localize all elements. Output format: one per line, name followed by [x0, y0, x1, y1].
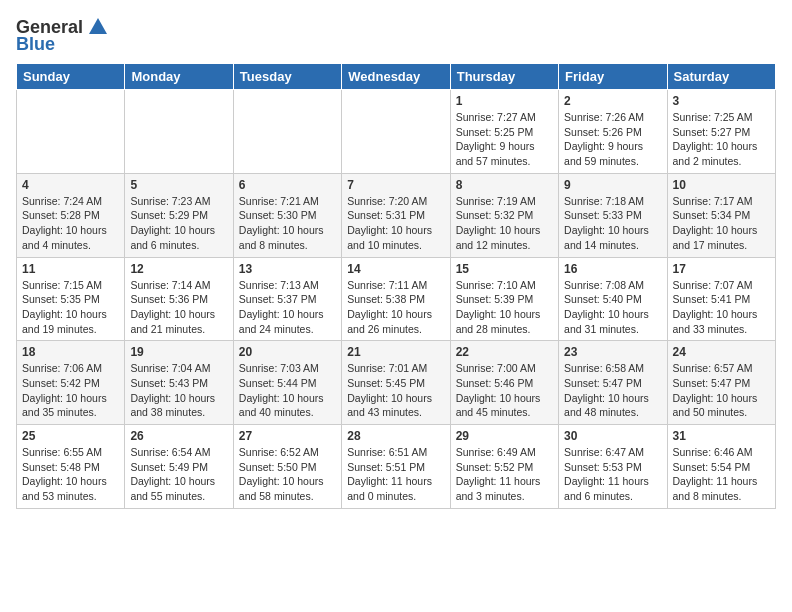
daylight-text: Daylight: 10 hours and 35 minutes. — [22, 392, 107, 419]
cell-info: Sunrise: 7:07 AM Sunset: 5:41 PM Dayligh… — [673, 278, 770, 337]
calendar-cell: 25 Sunrise: 6:55 AM Sunset: 5:48 PM Dayl… — [17, 425, 125, 509]
sunset-text: Sunset: 5:37 PM — [239, 293, 317, 305]
calendar-cell: 6 Sunrise: 7:21 AM Sunset: 5:30 PM Dayli… — [233, 173, 341, 257]
sunrise-text: Sunrise: 6:46 AM — [673, 446, 753, 458]
cell-info: Sunrise: 7:00 AM Sunset: 5:46 PM Dayligh… — [456, 361, 553, 420]
sunrise-text: Sunrise: 7:11 AM — [347, 279, 427, 291]
header: General Blue — [16, 16, 776, 55]
sunset-text: Sunset: 5:50 PM — [239, 461, 317, 473]
day-header-tuesday: Tuesday — [233, 64, 341, 90]
calendar-week-row: 11 Sunrise: 7:15 AM Sunset: 5:35 PM Dayl… — [17, 257, 776, 341]
daylight-text: Daylight: 11 hours and 8 minutes. — [673, 475, 758, 502]
daylight-text: Daylight: 10 hours and 53 minutes. — [22, 475, 107, 502]
cell-info: Sunrise: 7:08 AM Sunset: 5:40 PM Dayligh… — [564, 278, 661, 337]
calendar-cell: 11 Sunrise: 7:15 AM Sunset: 5:35 PM Dayl… — [17, 257, 125, 341]
sunrise-text: Sunrise: 7:18 AM — [564, 195, 644, 207]
sunset-text: Sunset: 5:35 PM — [22, 293, 100, 305]
day-header-thursday: Thursday — [450, 64, 558, 90]
calendar: SundayMondayTuesdayWednesdayThursdayFrid… — [16, 63, 776, 509]
calendar-cell: 28 Sunrise: 6:51 AM Sunset: 5:51 PM Dayl… — [342, 425, 450, 509]
calendar-cell — [125, 90, 233, 174]
calendar-week-row: 25 Sunrise: 6:55 AM Sunset: 5:48 PM Dayl… — [17, 425, 776, 509]
daylight-text: Daylight: 10 hours and 45 minutes. — [456, 392, 541, 419]
sunrise-text: Sunrise: 7:25 AM — [673, 111, 753, 123]
sunrise-text: Sunrise: 7:17 AM — [673, 195, 753, 207]
day-number: 28 — [347, 429, 444, 443]
cell-info: Sunrise: 6:57 AM Sunset: 5:47 PM Dayligh… — [673, 361, 770, 420]
sunset-text: Sunset: 5:36 PM — [130, 293, 208, 305]
daylight-text: Daylight: 10 hours and 10 minutes. — [347, 224, 432, 251]
day-number: 13 — [239, 262, 336, 276]
daylight-text: Daylight: 10 hours and 33 minutes. — [673, 308, 758, 335]
cell-info: Sunrise: 7:20 AM Sunset: 5:31 PM Dayligh… — [347, 194, 444, 253]
sunrise-text: Sunrise: 7:15 AM — [22, 279, 102, 291]
calendar-cell: 23 Sunrise: 6:58 AM Sunset: 5:47 PM Dayl… — [559, 341, 667, 425]
calendar-cell: 24 Sunrise: 6:57 AM Sunset: 5:47 PM Dayl… — [667, 341, 775, 425]
day-number: 21 — [347, 345, 444, 359]
day-header-saturday: Saturday — [667, 64, 775, 90]
calendar-cell: 10 Sunrise: 7:17 AM Sunset: 5:34 PM Dayl… — [667, 173, 775, 257]
daylight-text: Daylight: 9 hours and 57 minutes. — [456, 140, 535, 167]
sunset-text: Sunset: 5:30 PM — [239, 209, 317, 221]
sunrise-text: Sunrise: 7:20 AM — [347, 195, 427, 207]
daylight-text: Daylight: 10 hours and 4 minutes. — [22, 224, 107, 251]
day-number: 4 — [22, 178, 119, 192]
sunrise-text: Sunrise: 6:52 AM — [239, 446, 319, 458]
sunset-text: Sunset: 5:29 PM — [130, 209, 208, 221]
sunset-text: Sunset: 5:26 PM — [564, 126, 642, 138]
calendar-cell: 8 Sunrise: 7:19 AM Sunset: 5:32 PM Dayli… — [450, 173, 558, 257]
sunset-text: Sunset: 5:49 PM — [130, 461, 208, 473]
calendar-cell: 14 Sunrise: 7:11 AM Sunset: 5:38 PM Dayl… — [342, 257, 450, 341]
day-number: 22 — [456, 345, 553, 359]
cell-info: Sunrise: 7:10 AM Sunset: 5:39 PM Dayligh… — [456, 278, 553, 337]
daylight-text: Daylight: 10 hours and 8 minutes. — [239, 224, 324, 251]
daylight-text: Daylight: 10 hours and 12 minutes. — [456, 224, 541, 251]
cell-info: Sunrise: 6:47 AM Sunset: 5:53 PM Dayligh… — [564, 445, 661, 504]
sunset-text: Sunset: 5:39 PM — [456, 293, 534, 305]
calendar-cell: 12 Sunrise: 7:14 AM Sunset: 5:36 PM Dayl… — [125, 257, 233, 341]
daylight-text: Daylight: 11 hours and 0 minutes. — [347, 475, 432, 502]
day-number: 5 — [130, 178, 227, 192]
sunrise-text: Sunrise: 7:14 AM — [130, 279, 210, 291]
cell-info: Sunrise: 7:24 AM Sunset: 5:28 PM Dayligh… — [22, 194, 119, 253]
cell-info: Sunrise: 7:19 AM Sunset: 5:32 PM Dayligh… — [456, 194, 553, 253]
sunrise-text: Sunrise: 7:26 AM — [564, 111, 644, 123]
calendar-cell: 16 Sunrise: 7:08 AM Sunset: 5:40 PM Dayl… — [559, 257, 667, 341]
calendar-cell: 27 Sunrise: 6:52 AM Sunset: 5:50 PM Dayl… — [233, 425, 341, 509]
calendar-cell — [17, 90, 125, 174]
sunset-text: Sunset: 5:38 PM — [347, 293, 425, 305]
cell-info: Sunrise: 6:54 AM Sunset: 5:49 PM Dayligh… — [130, 445, 227, 504]
day-number: 3 — [673, 94, 770, 108]
cell-info: Sunrise: 7:04 AM Sunset: 5:43 PM Dayligh… — [130, 361, 227, 420]
sunset-text: Sunset: 5:47 PM — [673, 377, 751, 389]
daylight-text: Daylight: 10 hours and 19 minutes. — [22, 308, 107, 335]
calendar-cell — [233, 90, 341, 174]
daylight-text: Daylight: 10 hours and 21 minutes. — [130, 308, 215, 335]
day-number: 17 — [673, 262, 770, 276]
daylight-text: Daylight: 10 hours and 2 minutes. — [673, 140, 758, 167]
daylight-text: Daylight: 10 hours and 58 minutes. — [239, 475, 324, 502]
sunrise-text: Sunrise: 7:13 AM — [239, 279, 319, 291]
day-header-friday: Friday — [559, 64, 667, 90]
sunset-text: Sunset: 5:52 PM — [456, 461, 534, 473]
day-number: 16 — [564, 262, 661, 276]
logo-icon — [87, 16, 109, 38]
cell-info: Sunrise: 7:25 AM Sunset: 5:27 PM Dayligh… — [673, 110, 770, 169]
day-header-monday: Monday — [125, 64, 233, 90]
sunrise-text: Sunrise: 7:06 AM — [22, 362, 102, 374]
svg-marker-0 — [89, 18, 107, 34]
calendar-cell: 18 Sunrise: 7:06 AM Sunset: 5:42 PM Dayl… — [17, 341, 125, 425]
daylight-text: Daylight: 10 hours and 43 minutes. — [347, 392, 432, 419]
day-number: 25 — [22, 429, 119, 443]
daylight-text: Daylight: 10 hours and 40 minutes. — [239, 392, 324, 419]
cell-info: Sunrise: 7:14 AM Sunset: 5:36 PM Dayligh… — [130, 278, 227, 337]
sunrise-text: Sunrise: 7:10 AM — [456, 279, 536, 291]
day-number: 19 — [130, 345, 227, 359]
day-number: 2 — [564, 94, 661, 108]
calendar-cell: 13 Sunrise: 7:13 AM Sunset: 5:37 PM Dayl… — [233, 257, 341, 341]
sunset-text: Sunset: 5:34 PM — [673, 209, 751, 221]
day-number: 10 — [673, 178, 770, 192]
cell-info: Sunrise: 7:21 AM Sunset: 5:30 PM Dayligh… — [239, 194, 336, 253]
sunset-text: Sunset: 5:40 PM — [564, 293, 642, 305]
calendar-cell: 3 Sunrise: 7:25 AM Sunset: 5:27 PM Dayli… — [667, 90, 775, 174]
